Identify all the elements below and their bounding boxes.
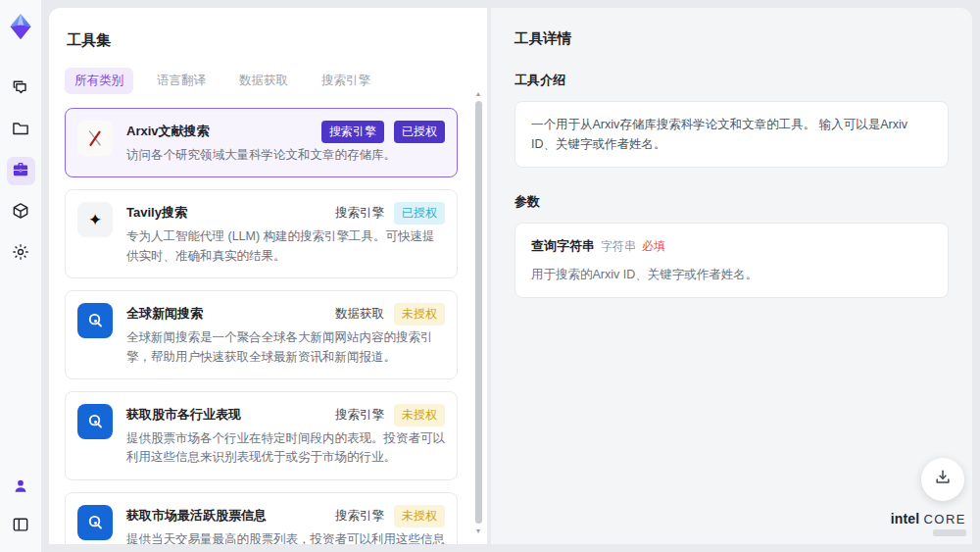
auth-status-badge: 未授权 [394, 505, 445, 527]
sparkle-icon: ✦ [77, 202, 113, 237]
core-wordmark: core [923, 512, 966, 527]
tool-description: 专为人工智能代理 (LLM) 构建的搜索引擎工具。可快速提供实时、准确和真实的结… [126, 227, 445, 266]
category-label: 搜索引擎 [335, 205, 384, 222]
tool-description: 提供股票市场各个行业在特定时间段内的表现。投资者可以利用这些信息来识别表现优于或… [126, 429, 445, 468]
tab-data-fetch[interactable]: 数据获取 [229, 68, 298, 94]
briefcase-icon [11, 160, 30, 183]
tool-description: 提供当天交易量最高的股票列表，投资者可以利用这些信息来识别流动性强的股票和潜在的… [126, 530, 445, 544]
list-scrollbar: ▲ ▼ [472, 90, 484, 534]
tool-list-panel: 工具集 所有类别 语言翻译 数据获取 搜索引擎 Arxiv文献搜索 访问各个研究… [49, 8, 487, 544]
param-description: 用于搜索的Arxiv ID、关键字或作者姓名。 [531, 265, 932, 284]
scrollbar-thumb[interactable] [475, 101, 482, 524]
app-logo-icon [6, 12, 35, 41]
app-window: 工具集 所有类别 语言翻译 数据获取 搜索引擎 Arxiv文献搜索 访问各个研究… [0, 0, 980, 552]
sidebar-nav [7, 75, 35, 268]
auth-status-badge: 已授权 [394, 121, 445, 143]
scroll-down-icon[interactable]: ▼ [475, 527, 482, 534]
page-title: 工具集 [67, 31, 471, 50]
sidebar-item-packages[interactable] [7, 198, 35, 226]
tool-card-sector-performance[interactable]: 获取股市各行业表现 提供股票市场各个行业在特定时间段内的表现。投资者可以利用这些… [65, 391, 458, 480]
user-icon [11, 477, 30, 500]
category-badge: 搜索引擎 [321, 121, 384, 143]
tool-card-list: Arxiv文献搜索 访问各个研究领域大量科学论文和文章的存储库。 搜索引擎 已授… [65, 108, 471, 544]
tool-card-global-news[interactable]: 全球新闻搜索 全球新闻搜索是一个聚合全球各大新闻网站内容的搜索引擎，帮助用户快速… [65, 290, 458, 379]
layout-panel-icon [11, 515, 30, 538]
intel-wordmark: intel [891, 511, 920, 527]
tool-details-panel: 工具详情 工具介绍 一个用于从Arxiv存储库搜索科学论文和文章的工具。 输入可… [491, 8, 972, 544]
tab-language-translation[interactable]: 语言翻译 [147, 68, 216, 94]
sidebar-bottom [7, 474, 35, 540]
category-label: 搜索引擎 [335, 407, 384, 424]
download-icon [933, 468, 953, 491]
tool-card-tavily[interactable]: ✦ Tavily搜索 专为人工智能代理 (LLM) 构建的搜索引擎工具。可快速提… [65, 189, 458, 278]
download-button[interactable] [921, 458, 964, 501]
sidebar [0, 0, 41, 552]
intel-core-logo: intel core [891, 511, 966, 536]
gear-icon [11, 242, 30, 266]
sidebar-item-files[interactable] [7, 116, 35, 144]
sidebar-item-settings[interactable] [7, 239, 35, 268]
category-label: 搜索引擎 [335, 508, 384, 525]
arxiv-icon [77, 121, 113, 156]
param-required-flag: 必填 [642, 237, 665, 256]
chat-icon [11, 77, 30, 101]
param-name: 查询字符串 [531, 236, 595, 257]
tool-card-most-active-stocks[interactable]: 获取市场最活跃股票信息 提供当天交易量最高的股票列表，投资者可以利用这些信息来识… [65, 492, 458, 544]
search-app-icon [77, 404, 113, 439]
sidebar-item-toolbox[interactable] [7, 157, 35, 185]
tool-description: 全球新闻搜索是一个聚合全球各大新闻网站内容的搜索引擎，帮助用户快速获取全球最新资… [126, 328, 445, 367]
auth-status-badge: 未授权 [394, 404, 445, 427]
details-title: 工具详情 [514, 29, 949, 48]
folder-icon [11, 119, 30, 142]
params-heading: 参数 [514, 193, 949, 211]
sidebar-item-chat[interactable] [7, 75, 35, 103]
scroll-up-icon[interactable]: ▲ [475, 90, 482, 97]
tool-card-arxiv[interactable]: Arxiv文献搜索 访问各个研究领域大量科学论文和文章的存储库。 搜索引擎 已授… [65, 108, 458, 177]
auth-status-badge: 已授权 [394, 202, 445, 225]
cube-icon [11, 201, 30, 225]
category-tabs: 所有类别 语言翻译 数据获取 搜索引擎 [65, 68, 471, 94]
param-box: 查询字符串 字符串 必填 用于搜索的Arxiv ID、关键字或作者姓名。 [514, 223, 949, 298]
sidebar-item-panel-toggle[interactable] [7, 512, 35, 540]
tab-all-categories[interactable]: 所有类别 [65, 68, 133, 94]
param-type: 字符串 [601, 237, 636, 256]
search-app-icon [77, 303, 113, 338]
intro-text-box: 一个用于从Arxiv存储库搜索科学论文和文章的工具。 输入可以是Arxiv ID… [514, 101, 949, 168]
category-label: 数据获取 [335, 306, 384, 323]
intro-heading: 工具介绍 [514, 72, 949, 89]
tab-search-engine[interactable]: 搜索引擎 [312, 68, 380, 94]
auth-status-badge: 未授权 [394, 303, 445, 326]
intel-badge-subtext [933, 529, 966, 536]
sidebar-item-account[interactable] [7, 474, 35, 502]
search-app-icon [77, 505, 113, 540]
tool-description: 访问各个研究领域大量科学论文和文章的存储库。 [126, 146, 445, 165]
